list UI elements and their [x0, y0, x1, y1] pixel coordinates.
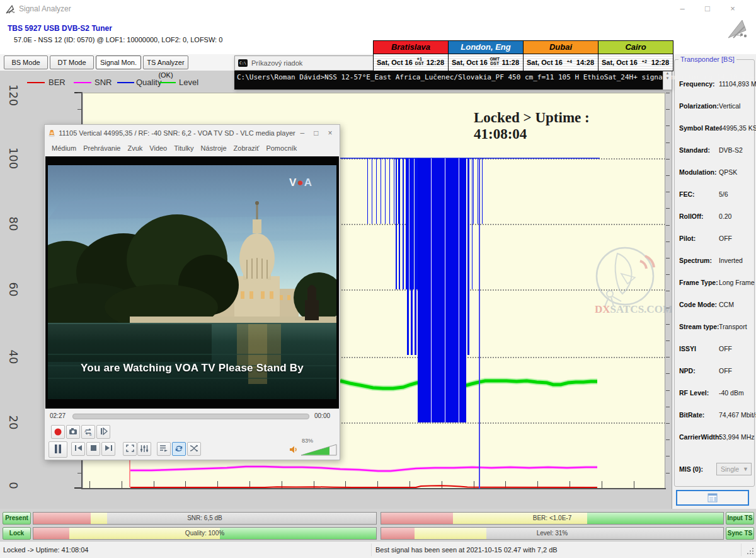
- speaker-icon[interactable]: [289, 445, 298, 454]
- y-label-100: 100: [7, 146, 20, 171]
- world-clocks: Bratislava Sat, Oct 16 +1DST 12:28 Londo…: [373, 40, 675, 71]
- row-label: Modulation:: [679, 168, 716, 176]
- vlc-video-area[interactable]: V●A You are Watching VOA TV Please Stand…: [45, 156, 339, 409]
- statusbar-lock-uptime: Locked -> Uptime: 41:08:04: [3, 546, 88, 554]
- quality-bar-text: Quality: 100%: [33, 528, 376, 539]
- legend-label-ber: BER: [49, 78, 66, 87]
- row-label: RollOff:: [679, 212, 704, 220]
- lock-indicator: Lock: [3, 527, 31, 540]
- next-button[interactable]: [101, 442, 115, 456]
- row-label: Code Mode:: [679, 301, 717, 308]
- snr-bar: SNR: 6,5 dB: [33, 512, 377, 525]
- menu-video[interactable]: Video: [149, 144, 167, 152]
- menu-audio[interactable]: Zvuk: [127, 144, 142, 152]
- signal-analyzer-window: Signal Analyzer – □ × TBS 5927 USB DVB-S…: [0, 0, 756, 558]
- menu-tools[interactable]: Nástroje: [201, 144, 227, 152]
- tuner-details: 57.0E - NSS 12 (ID: 0570) @ LOF1: 100000…: [14, 36, 222, 44]
- bs-mode-button[interactable]: BS Mode: [4, 55, 48, 69]
- app-icon: [5, 4, 16, 15]
- row-label: Pilot:: [679, 235, 696, 242]
- scroll-up-icon[interactable]: ▲: [666, 71, 670, 75]
- loop-button[interactable]: [172, 442, 186, 456]
- clock-city: London, Eng: [449, 41, 523, 54]
- previous-button[interactable]: [71, 442, 85, 456]
- menu-playback[interactable]: Prehrávanie: [83, 144, 120, 152]
- resize-grip[interactable]: [747, 548, 754, 555]
- ber-bar: BER: <1.0E-7: [381, 512, 724, 525]
- ts-record-button[interactable]: [676, 490, 749, 506]
- cmd-body: C:\Users\Roman Dávid>NSS 12-57°E_East Af…: [234, 71, 672, 90]
- legend-swatch-quality: [117, 82, 134, 83]
- vlc-seek-slider[interactable]: [72, 414, 309, 419]
- titlebar[interactable]: Signal Analyzer – □ ×: [0, 0, 756, 18]
- stop-button[interactable]: [86, 442, 100, 456]
- signal-mon-button[interactable]: Signal Mon.: [96, 55, 141, 69]
- clock-city: Bratislava: [374, 41, 448, 54]
- input-ts-indicator: Input TS: [726, 512, 754, 525]
- vlc-window: 11105 Vertical 44995,35 / RF: -40 SNR: 6…: [44, 124, 340, 460]
- legend-label-level: Level: [179, 78, 198, 87]
- y-label-60: 60: [7, 277, 20, 302]
- dt-mode-button[interactable]: DT Mode: [50, 55, 94, 69]
- fullscreen-button[interactable]: [123, 442, 137, 456]
- row-value: -40 dBm: [719, 389, 744, 397]
- voa-video-frame: V●A You are Watching VOA TV Please Stand…: [48, 165, 336, 399]
- row-value: CCM: [719, 301, 734, 308]
- scroll-down-icon[interactable]: ▼: [666, 76, 670, 80]
- cmd-scrollbar[interactable]: ▲ ▼: [663, 71, 672, 90]
- transponder-sidebar: Transponder [BS] Frequency:11104,893 MHz…: [672, 54, 756, 509]
- vlc-seek-row: 02:27 00:00: [45, 410, 340, 422]
- satellite-dish-icon: [724, 16, 751, 42]
- clock-offset: GMTDST: [488, 57, 502, 66]
- frame-by-frame-button[interactable]: [96, 425, 110, 439]
- vlc-titlebar[interactable]: 11105 Vertical 44995,35 / RF: -40 SNR: 6…: [45, 125, 340, 141]
- level-bar: Level: 31%: [381, 527, 724, 540]
- clock-time: 12:28: [427, 59, 444, 66]
- menu-view[interactable]: Zobraziť: [234, 144, 260, 152]
- clock-bratislava: Bratislava Sat, Oct 16 +1DST 12:28: [373, 40, 449, 71]
- playlist-button[interactable]: [157, 442, 171, 456]
- mis-dropdown[interactable]: Single ▼: [716, 463, 752, 475]
- row-value: OFF: [719, 235, 732, 242]
- row-label: ISSYI: [679, 345, 696, 352]
- row-value: QPSK: [719, 168, 737, 176]
- vlc-maximize-button[interactable]: □: [309, 129, 323, 137]
- clock-offset: +4: [563, 59, 576, 64]
- row-label: Stream type:: [679, 323, 719, 330]
- ts-analyzer-button[interactable]: TS Analyzer (OK): [143, 55, 188, 69]
- row-label: Symbol Rate:: [679, 124, 721, 132]
- close-button[interactable]: ×: [722, 3, 743, 15]
- quality-bar: Quality: 100%: [33, 527, 377, 540]
- row-label: Standard:: [679, 146, 710, 154]
- vlc-total-time: 00:00: [314, 412, 330, 419]
- random-button[interactable]: [187, 442, 201, 456]
- y-label-80: 80: [7, 211, 20, 236]
- row-value: 0.20: [719, 212, 731, 220]
- minimize-button[interactable]: –: [672, 3, 693, 15]
- ab-loop-button[interactable]: AB: [81, 425, 95, 439]
- statusbar-separator: [371, 543, 372, 556]
- menu-subtitles[interactable]: Titulky: [174, 144, 193, 152]
- menu-help[interactable]: Pomocník: [266, 144, 297, 152]
- row-value: Long Frame: [719, 279, 755, 286]
- record-button[interactable]: [51, 425, 65, 439]
- legend-label-quality: Quality: [136, 78, 161, 87]
- vlc-elapsed-time: 02:27: [50, 412, 66, 419]
- equalizer-button[interactable]: [137, 442, 151, 456]
- clock-london: London, Eng Sat, Oct 16 GMTDST 11:28: [448, 40, 524, 71]
- statusbar-separator: [741, 543, 742, 556]
- row-value: Vertical: [719, 102, 740, 110]
- vlc-minimize-button[interactable]: –: [295, 129, 309, 137]
- row-value: OFF: [719, 345, 732, 352]
- clock-offset: +2: [638, 59, 651, 64]
- vlc-close-button[interactable]: ×: [323, 129, 337, 137]
- clock-cairo: Cairo Sat, Oct 16 +2 12:28: [598, 40, 673, 71]
- menu-medium[interactable]: Médium: [52, 144, 76, 152]
- ts-list-icon: [707, 493, 718, 503]
- clock-date: Sat, Oct 16: [377, 59, 413, 66]
- pause-button[interactable]: [49, 441, 67, 458]
- maximize-button[interactable]: □: [697, 3, 718, 15]
- present-indicator: Present: [3, 512, 31, 525]
- volume-slider[interactable]: [301, 444, 337, 456]
- snapshot-button[interactable]: [66, 425, 80, 439]
